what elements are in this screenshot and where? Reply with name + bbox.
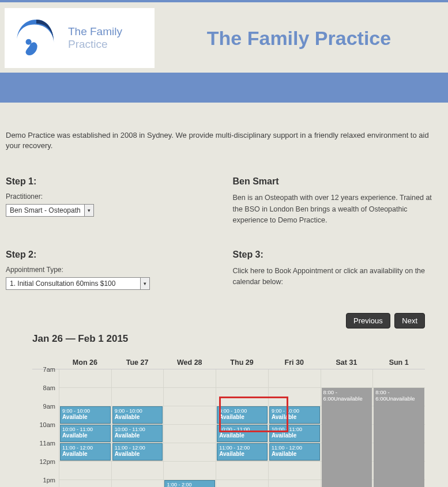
slot-status: Available xyxy=(62,432,108,439)
availability-slot[interactable]: 10:00 - 11:00Available xyxy=(217,425,268,442)
availability-slot[interactable]: 11:00 - 12:00Available xyxy=(60,443,111,460)
day-column: 9:00 - 10:00Available10:00 - 11:00Availa… xyxy=(111,369,164,488)
step3-text: Click here to Book Appointment or click … xyxy=(233,266,443,288)
day-header: Wed 28 xyxy=(163,356,216,369)
logo-icon xyxy=(10,14,62,62)
header: The Family Practice The Family Practice xyxy=(0,2,448,68)
chevron-down-icon[interactable]: ▾ xyxy=(84,205,93,216)
logo-text: The Family Practice xyxy=(68,25,122,51)
time-label: 12pm xyxy=(32,458,59,477)
availability-slot[interactable]: 10:00 - 11:00Available xyxy=(112,425,163,442)
availability-slot[interactable]: 9:00 - 10:00Available xyxy=(60,406,111,424)
practitioner-name: Ben Smart xyxy=(233,176,443,187)
unavailable-block: 8:00 - 6:00Unavailable xyxy=(374,388,424,488)
hour-cell xyxy=(269,369,321,388)
slot-status: Available xyxy=(272,432,318,439)
slot-status: Available xyxy=(115,451,161,458)
day-column: 9:00 - 10:00Available10:00 - 11:00Availa… xyxy=(216,369,268,488)
time-label: 9am xyxy=(32,403,59,421)
banner-strip xyxy=(0,73,448,103)
hour-cell xyxy=(164,462,216,480)
hour-cell xyxy=(112,369,164,388)
site-title: The Family Practice xyxy=(155,27,443,50)
hour-cell xyxy=(59,388,111,406)
availability-slot[interactable]: 11:00 - 12:00Available xyxy=(217,443,268,460)
appointment-type-select[interactable]: 1. Initial Consultation 60mins $100 ▾ xyxy=(6,277,150,290)
availability-slot[interactable]: 11:00 - 12:00Available xyxy=(269,443,320,460)
hour-cell xyxy=(216,369,268,388)
slot-time: 9:00 - 10:00 xyxy=(219,408,265,414)
hour-cell xyxy=(164,406,216,425)
time-label: 7am xyxy=(32,366,59,384)
day-column: 9:00 - 10:00Available10:00 - 11:00Availa… xyxy=(268,369,321,488)
availability-slot[interactable]: 9:00 - 10:00Available xyxy=(217,406,268,424)
hour-cell xyxy=(216,388,268,406)
slot-time: 11:00 - 12:00 xyxy=(115,445,161,451)
slot-status: Available xyxy=(219,414,265,421)
time-label: 1pm xyxy=(32,477,59,488)
slot-status: Available xyxy=(272,451,318,458)
day-column: 9:00 - 10:00Available10:00 - 11:00Availa… xyxy=(59,369,111,488)
day-header: Tue 27 xyxy=(111,356,164,369)
next-button[interactable]: Next xyxy=(394,313,425,329)
day-column: 8:00 - 6:00Unavailable xyxy=(372,369,425,488)
slot-status: Available xyxy=(272,414,318,421)
slot-status: Unavailable xyxy=(334,395,363,402)
hour-cell xyxy=(164,443,216,462)
logo-line1: The Family xyxy=(68,25,122,38)
slot-status: Available xyxy=(219,451,265,458)
slot-status: Available xyxy=(115,432,161,439)
hour-cell xyxy=(321,369,373,388)
slot-status: Available xyxy=(219,432,265,439)
slot-time: 9:00 - 10:00 xyxy=(62,408,108,414)
slot-time: 9:00 - 10:00 xyxy=(272,408,318,414)
availability-slot[interactable]: 9:00 - 10:00Available xyxy=(269,406,320,424)
chevron-down-icon[interactable]: ▾ xyxy=(140,278,149,289)
practitioner-select[interactable]: Ben Smart - Osteopath ▾ xyxy=(6,204,94,217)
practitioner-selected: Ben Smart - Osteopath xyxy=(6,205,84,216)
availability-slot[interactable]: 10:00 - 11:00Available xyxy=(60,425,111,442)
day-header: Thu 29 xyxy=(216,356,268,369)
time-label: 10am xyxy=(32,421,59,440)
day-header: Mon 26 xyxy=(59,356,111,369)
slot-status: Available xyxy=(62,414,108,421)
unavailable-block: 8:00 - 6:00Unavailable xyxy=(322,388,372,488)
slot-time: 10:00 - 11:00 xyxy=(219,426,265,432)
step1-heading: Step 1: xyxy=(6,176,216,187)
slot-time: 10:00 - 11:00 xyxy=(115,426,161,432)
logo-line2: Practice xyxy=(68,38,122,51)
slot-time: 10:00 - 11:00 xyxy=(62,426,108,432)
hour-cell xyxy=(59,480,111,488)
availability-slot[interactable]: 10:00 - 11:00Available xyxy=(269,425,320,442)
hour-cell xyxy=(59,369,111,388)
hour-cell xyxy=(112,462,164,480)
hour-cell xyxy=(269,462,321,480)
hour-cell xyxy=(59,462,111,480)
time-label: 8am xyxy=(32,384,59,403)
appointment-type-selected: 1. Initial Consultation 60mins $100 xyxy=(6,278,119,289)
previous-button[interactable]: Previous xyxy=(346,313,390,329)
hour-cell xyxy=(112,480,164,488)
slot-time: 11:00 - 12:00 xyxy=(62,445,108,451)
calendar-range: Jan 26 — Feb 1 2015 xyxy=(32,333,425,345)
hour-cell xyxy=(373,369,425,388)
logo: The Family Practice xyxy=(5,8,155,68)
day-header: Sat 31 xyxy=(321,356,373,369)
hour-cell xyxy=(164,369,216,388)
slot-time: 9:00 - 10:00 xyxy=(115,408,161,414)
availability-slot[interactable]: 1:00 - 2:00Available xyxy=(164,480,215,488)
day-column: 1:00 - 2:00Available xyxy=(163,369,216,488)
hour-cell xyxy=(269,480,321,488)
practitioner-bio: Ben is an Osteopath with over 12 years e… xyxy=(233,192,443,226)
slot-time: 11:00 - 12:00 xyxy=(219,445,265,451)
appointment-type-label: Appointment Type: xyxy=(6,266,216,274)
hour-cell xyxy=(216,480,268,488)
step2-heading: Step 2: xyxy=(6,250,216,260)
availability-slot[interactable]: 9:00 - 10:00Available xyxy=(112,406,163,424)
step3-heading: Step 3: xyxy=(233,250,443,260)
hour-cell xyxy=(164,388,216,406)
hour-cell xyxy=(216,462,268,480)
hour-cell xyxy=(164,425,216,443)
hour-cell xyxy=(112,388,164,406)
availability-slot[interactable]: 11:00 - 12:00Available xyxy=(112,443,163,460)
